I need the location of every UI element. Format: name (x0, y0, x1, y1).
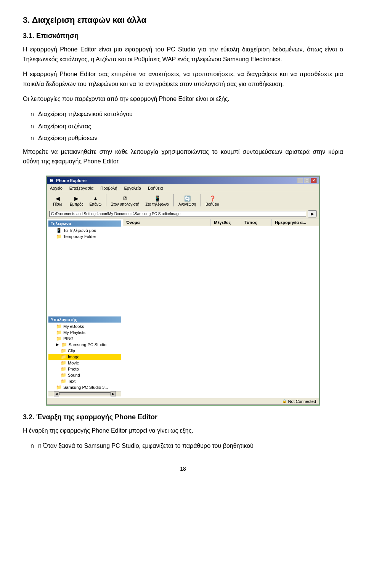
tree-sound[interactable]: 📁 Sound (48, 372, 121, 378)
tree-clip[interactable]: 📁 Clip (48, 348, 121, 354)
left-panel: Τηλέφωνο 📱 Τα Τηλέφωνά μου 📁 Temporary F… (47, 219, 123, 398)
status-text: Not Connected (288, 399, 316, 404)
menu-tools[interactable]: Εργαλεία (122, 185, 143, 191)
toolbar: ◀ Πίσω ▶ Εμπρός ▲ Επάνω 🖥 Στον υπολογιστ… (47, 192, 319, 209)
phone-header: Τηλέφωνο (48, 220, 121, 227)
titlebar: 🖥 Phone Explorer _ □ ✕ (47, 177, 319, 184)
list-item: n n Όταν ξεκινά το Samsung PC Studio, εμ… (30, 441, 343, 451)
back-icon: ◀ (53, 195, 62, 202)
scroll-left[interactable]: ◀ (54, 391, 59, 396)
folder-icon: 📁 (61, 354, 66, 360)
col-date[interactable]: Ημερομηνία α... (272, 219, 319, 226)
tree-photo[interactable]: 📁 Photo (48, 366, 121, 372)
refresh-button[interactable]: 🔄 Ανανέωση (176, 194, 198, 207)
maximize-button[interactable]: □ (304, 178, 310, 183)
menubar: Αρχείο Επεξεργασία Προβολή Εργαλεία Βοήθ… (47, 184, 319, 192)
paragraph-1: Η εφαρμογή Phone Editor είναι μια εφαρμο… (23, 45, 343, 64)
statusbar: 🔒 Not Connected (47, 398, 319, 404)
folder-icon: 📁 (61, 379, 66, 384)
h-scrollbar[interactable]: ◀ ▶ (48, 391, 121, 396)
phone-icon: 📱 (56, 228, 62, 233)
toolbar-separator (106, 194, 106, 206)
pc-header: Υπολογιστής (48, 316, 121, 323)
features-list: n Διαχείριση τηλεφωνικού καταλόγου n Δια… (30, 109, 343, 143)
tree-movie[interactable]: 📁 Movie (48, 360, 121, 366)
toolbar-separator-3 (201, 194, 201, 206)
topc-button[interactable]: 🖥 Στον υπολογιστή (109, 194, 141, 207)
scroll-track (59, 392, 111, 395)
col-size[interactable]: Μέγεθος (211, 219, 241, 226)
up-icon: ▲ (91, 195, 100, 202)
refresh-icon: 🔄 (183, 195, 191, 202)
tree-text[interactable]: 📁 Text (48, 378, 121, 384)
startup-list: n n Όταν ξεκινά το Samsung PC Studio, εμ… (30, 441, 343, 451)
right-panel: Όνομα Μέγεθος Τύπος Ημερομηνία α... (123, 219, 319, 398)
tree-empty-space (48, 240, 121, 316)
list-item: n Διαχείριση τηλεφωνικού καταλόγου (30, 109, 343, 119)
paragraph-5: Η έναρξη της εφαρμογής Phone Editor μπορ… (23, 426, 343, 436)
folder-icon: 📁 (56, 234, 62, 239)
addressbar: ▶ (47, 209, 319, 219)
right-panel-content (123, 226, 319, 363)
expand-icon: ▶ (56, 342, 59, 347)
section1-heading: 3.1. Επισκόπηση (23, 32, 343, 40)
menu-view[interactable]: Προβολή (99, 185, 119, 191)
paragraph-3: Οι λειτουργίες που παρέχονται από την εφ… (23, 94, 343, 104)
tophone-icon: 📱 (153, 195, 161, 202)
phone-tree-section: Τηλέφωνο 📱 Τα Τηλέφωνά μου 📁 Temporary F… (48, 220, 121, 240)
scroll-right[interactable]: ▶ (111, 391, 116, 396)
forward-button[interactable]: ▶ Εμπρός (67, 194, 85, 207)
address-go-button[interactable]: ▶ (308, 210, 317, 217)
section-1: 3.1. Επισκόπηση Η εφαρμογή Phone Editor … (23, 32, 343, 166)
tree-samsung-studio3[interactable]: 📁 Samsung PC Studio 3... (48, 384, 121, 390)
list-item: n Διαχείριση ατζέντας (30, 121, 343, 131)
section2-heading: 3.2. Έναρξη της εφαρμογής Phone Editor (23, 413, 343, 421)
tree-samsung-studio[interactable]: ▶ 📁 Samsung PC Studio (48, 342, 121, 348)
pc-tree-section: Υπολογιστής 📁 My eBooks 📁 My Playlists 📁… (48, 316, 121, 390)
forward-icon: ▶ (72, 195, 81, 202)
paragraph-4: Μπορείτε να μετακινηθείτε στην κάθε λειτ… (23, 147, 343, 166)
back-button[interactable]: ◀ Πίσω (49, 194, 66, 207)
titlebar-buttons: _ □ ✕ (297, 178, 317, 183)
screenshot-container: 🖥 Phone Explorer _ □ ✕ Αρχείο Επεξεργασί… (46, 176, 320, 406)
folder-icon: 📁 (61, 366, 66, 372)
chapter-heading: 3. Διαχείριση επαφών και άλλα (23, 15, 343, 25)
help-icon: ❓ (208, 195, 217, 202)
folder-icon: 📁 (61, 348, 66, 353)
folder-icon: 📁 (61, 372, 66, 378)
folder-icon: 📁 (61, 360, 66, 366)
up-button[interactable]: ▲ Επάνω (87, 194, 104, 207)
phone-explorer-window: 🖥 Phone Explorer _ □ ✕ Αρχείο Επεξεργασί… (47, 176, 319, 405)
folder-icon: 📁 (56, 385, 62, 390)
tree-image[interactable]: 📁 Image (48, 354, 121, 360)
tree-my-ebooks[interactable]: 📁 My eBooks (48, 323, 121, 329)
tree-my-playlists[interactable]: 📁 My Playlists (48, 329, 121, 336)
page-number: 18 (23, 466, 343, 472)
tree-ping[interactable]: 📁 PING (48, 336, 121, 342)
folder-icon: 📁 (56, 324, 62, 329)
menu-file[interactable]: Αρχείο (48, 185, 64, 191)
col-type[interactable]: Τύπος (241, 219, 272, 226)
list-item: n Διαχείριση ρυθμίσεων (30, 133, 343, 143)
help-button[interactable]: ❓ Βοήθεια (203, 194, 222, 207)
main-content: Τηλέφωνο 📱 Τα Τηλέφωνά μου 📁 Temporary F… (47, 219, 319, 398)
tophone-button[interactable]: 📱 Στο τηλέφωνο (143, 194, 171, 207)
folder-icon: 📁 (56, 330, 62, 335)
table-header: Όνομα Μέγεθος Τύπος Ημερομηνία α... (123, 219, 319, 226)
section-2: 3.2. Έναρξη της εφαρμογής Phone Editor Η… (23, 413, 343, 451)
toolbar-separator-2 (173, 194, 174, 206)
minimize-button[interactable]: _ (297, 178, 303, 183)
folder-icon: 📁 (56, 336, 62, 341)
address-input[interactable] (49, 211, 306, 217)
menu-help[interactable]: Βοήθεια (146, 185, 164, 191)
tree-temp-folder[interactable]: 📁 Temporary Folder (48, 233, 121, 240)
paragraph-2: Η εφαρμογή Phone Editor σας επιτρέπει να… (23, 69, 343, 89)
connection-icon: 🔒 (282, 399, 287, 403)
folder-icon: 📁 (61, 342, 67, 347)
col-name[interactable]: Όνομα (123, 219, 211, 226)
tree-my-phones[interactable]: 📱 Τα Τηλέφωνά μου (48, 227, 121, 233)
close-button[interactable]: ✕ (311, 178, 317, 183)
window-title: 🖥 Phone Explorer (49, 178, 87, 183)
menu-edit[interactable]: Επεξεργασία (68, 185, 95, 191)
topc-icon: 🖥 (121, 195, 129, 202)
